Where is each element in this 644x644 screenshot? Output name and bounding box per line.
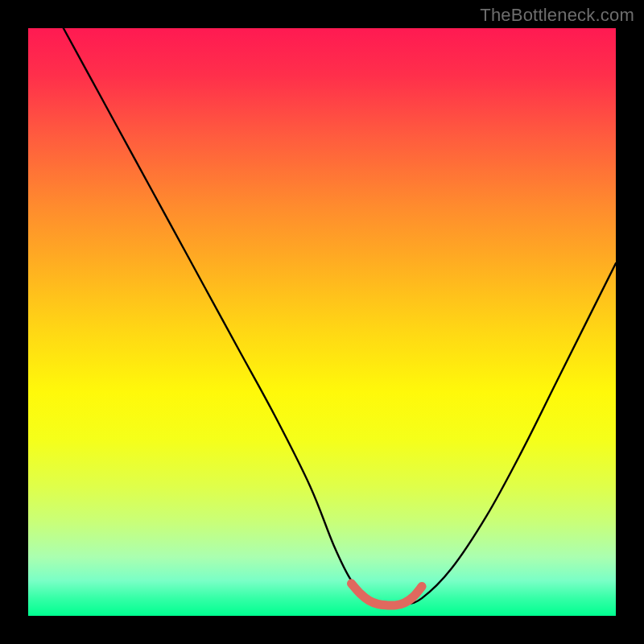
plot-area [28, 28, 616, 616]
red-minimum-band-path [352, 584, 423, 605]
watermark-text: TheBottleneck.com [480, 5, 634, 26]
chart-svg [28, 28, 616, 616]
chart-frame: TheBottleneck.com [0, 0, 644, 644]
black-curve-path [64, 28, 616, 605]
